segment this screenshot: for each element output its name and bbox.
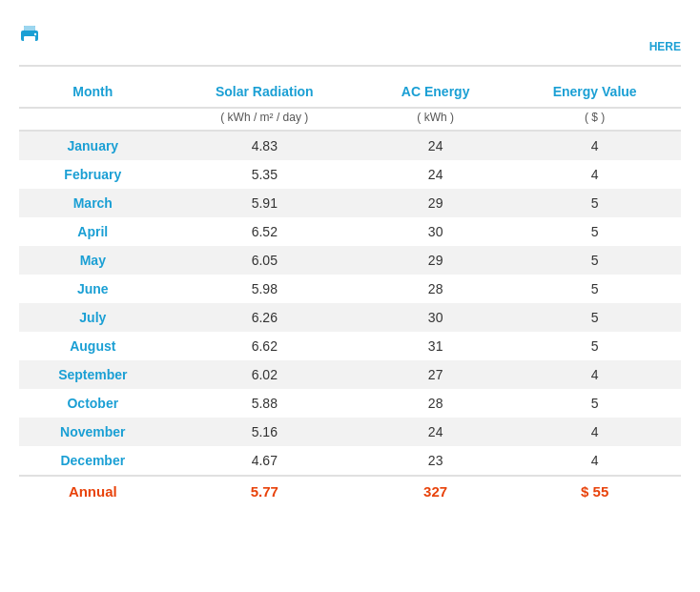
results-table: Month Solar Radiation AC Energy Energy V… xyxy=(19,76,681,506)
cell-ac: 23 xyxy=(362,446,508,476)
sub-month xyxy=(19,108,167,131)
header-section: HERE xyxy=(19,17,681,55)
cell-solar: 5.16 xyxy=(167,418,362,446)
cell-ac: 24 xyxy=(362,131,508,160)
table-row: May 6.05 29 5 xyxy=(19,246,681,275)
cell-solar: 4.83 xyxy=(167,131,362,160)
cell-ac: 30 xyxy=(362,303,508,332)
table-row: August 6.62 31 5 xyxy=(19,332,681,360)
col-ac: AC Energy xyxy=(362,76,508,108)
cell-value: 4 xyxy=(508,418,681,446)
table-row: February 5.35 24 4 xyxy=(19,160,681,189)
cell-solar: 6.05 xyxy=(167,246,362,275)
table-header-row: Month Solar Radiation AC Energy Energy V… xyxy=(19,76,681,108)
cell-solar: 6.02 xyxy=(167,360,362,389)
cell-ac: 24 xyxy=(362,418,508,446)
cell-ac: 31 xyxy=(362,332,508,360)
cell-solar: 6.52 xyxy=(167,217,362,246)
print-results-button[interactable] xyxy=(19,25,46,44)
table-body: January 4.83 24 4 February 5.35 24 4 Mar… xyxy=(19,131,681,506)
cell-month: January xyxy=(19,131,167,160)
cell-month: November xyxy=(19,418,167,446)
cell-annual-solar: 5.77 xyxy=(167,476,362,506)
cell-solar: 5.35 xyxy=(167,160,362,189)
cell-month: October xyxy=(19,389,167,418)
left-header xyxy=(19,17,46,44)
cell-value: 5 xyxy=(508,189,681,217)
cell-value: 5 xyxy=(508,275,681,303)
cell-month: March xyxy=(19,189,167,217)
annual-row: Annual 5.77 327 $ 55 xyxy=(19,476,681,506)
cell-ac: 29 xyxy=(362,189,508,217)
sub-ac: ( kWh ) xyxy=(362,108,508,131)
cell-ac: 27 xyxy=(362,360,508,389)
cell-month: December xyxy=(19,446,167,476)
table-row: April 6.52 30 5 xyxy=(19,217,681,246)
cell-value: 4 xyxy=(508,360,681,389)
cell-ac: 28 xyxy=(362,389,508,418)
right-header: HERE xyxy=(649,17,681,55)
table-row: July 6.26 30 5 xyxy=(19,303,681,332)
cell-month: April xyxy=(19,217,167,246)
table-row: October 5.88 28 5 xyxy=(19,389,681,418)
header-divider xyxy=(19,65,681,67)
cell-annual-ac: 327 xyxy=(362,476,508,506)
cell-value: 4 xyxy=(508,131,681,160)
cell-month: September xyxy=(19,360,167,389)
cell-solar: 5.98 xyxy=(167,275,362,303)
cell-month: June xyxy=(19,275,167,303)
cell-ac: 28 xyxy=(362,275,508,303)
table-row: March 5.91 29 5 xyxy=(19,189,681,217)
cell-value: 5 xyxy=(508,246,681,275)
table-row: December 4.67 23 4 xyxy=(19,446,681,476)
cell-month: July xyxy=(19,303,167,332)
cell-value: 5 xyxy=(508,303,681,332)
sub-value: ( $ ) xyxy=(508,108,681,131)
col-month: Month xyxy=(19,76,167,108)
cell-value: 5 xyxy=(508,217,681,246)
cell-annual-label: Annual xyxy=(19,476,167,506)
col-value: Energy Value xyxy=(508,76,681,108)
svg-rect-2 xyxy=(24,36,35,42)
cell-value: 5 xyxy=(508,332,681,360)
cell-value: 5 xyxy=(508,389,681,418)
cell-solar: 6.26 xyxy=(167,303,362,332)
cell-ac: 30 xyxy=(362,217,508,246)
cell-ac: 24 xyxy=(362,160,508,189)
table-row: January 4.83 24 4 xyxy=(19,131,681,160)
cell-month: August xyxy=(19,332,167,360)
print-icon xyxy=(19,25,40,44)
table-subheader-row: ( kWh / m² / day ) ( kWh ) ( $ ) xyxy=(19,108,681,131)
table-row: November 5.16 24 4 xyxy=(19,418,681,446)
cell-value: 4 xyxy=(508,446,681,476)
here-link[interactable]: HERE xyxy=(649,40,681,53)
table-row: June 5.98 28 5 xyxy=(19,275,681,303)
table-row: September 6.02 27 4 xyxy=(19,360,681,389)
cell-solar: 5.88 xyxy=(167,389,362,418)
cell-value: 4 xyxy=(508,160,681,189)
cell-month: February xyxy=(19,160,167,189)
svg-point-4 xyxy=(34,33,36,35)
cell-ac: 29 xyxy=(362,246,508,275)
cell-solar: 5.91 xyxy=(167,189,362,217)
cell-solar: 4.67 xyxy=(167,446,362,476)
col-solar: Solar Radiation xyxy=(167,76,362,108)
cell-annual-value: $ 55 xyxy=(508,476,681,506)
cell-solar: 6.62 xyxy=(167,332,362,360)
svg-rect-3 xyxy=(24,26,35,31)
sub-solar: ( kWh / m² / day ) xyxy=(167,108,362,131)
system-note: HERE xyxy=(649,21,681,55)
cell-month: May xyxy=(19,246,167,275)
